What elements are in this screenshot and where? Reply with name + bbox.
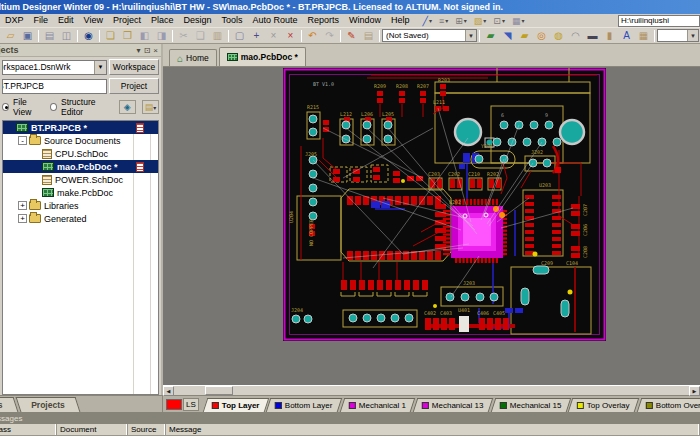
tree-item[interactable]: CPU.SchDoc bbox=[3, 147, 158, 160]
structure-editor-radio[interactable] bbox=[50, 103, 57, 111]
collapse-icon[interactable]: - bbox=[18, 136, 27, 145]
tree-item[interactable]: +Libraries bbox=[3, 199, 158, 212]
string-tool-icon[interactable]: A bbox=[618, 29, 635, 43]
panel-close-icon[interactable]: × bbox=[153, 46, 158, 55]
view-configuration-icon[interactable]: ◉ bbox=[80, 29, 97, 43]
chevron-down-icon[interactable]: ▾ bbox=[483, 17, 486, 24]
tree-item[interactable]: POWER.SchDoc bbox=[3, 173, 158, 186]
pad-tool-icon[interactable]: ◎ bbox=[533, 29, 550, 43]
project-button[interactable]: Project bbox=[109, 78, 159, 94]
polygon-pour-icon[interactable]: ▰ bbox=[516, 29, 533, 43]
clear-filter-icon[interactable]: × bbox=[265, 29, 282, 43]
scroll-right-icon[interactable]: ▶ bbox=[689, 386, 700, 396]
cut-icon[interactable]: ✂ bbox=[175, 29, 192, 43]
grid-tool-icon[interactable]: ▦▾ bbox=[510, 14, 527, 27]
panel-pin-icon[interactable]: ⊡ bbox=[144, 46, 151, 55]
menu-edit[interactable]: Edit bbox=[53, 14, 79, 27]
open-icon[interactable]: ▱ bbox=[2, 29, 19, 43]
doc-tab-home[interactable]: ⌂Home bbox=[169, 49, 217, 66]
undo-icon[interactable]: ↶ bbox=[304, 29, 321, 43]
layer-tab-top-overlay[interactable]: Top Overlay bbox=[568, 398, 639, 412]
redo-icon[interactable]: ↷ bbox=[321, 29, 338, 43]
print-icon[interactable]: ▤ bbox=[41, 29, 58, 43]
select-tool-icon[interactable]: ◥ bbox=[499, 29, 516, 43]
variant-combo[interactable]: ▼ bbox=[657, 29, 699, 42]
storage-path-combo[interactable]: H:\ruilinqiushi bbox=[618, 15, 700, 27]
menu-design[interactable]: Design bbox=[178, 14, 216, 27]
layer-tab-top-layer[interactable]: Top Layer bbox=[203, 398, 269, 412]
menu-file[interactable]: File bbox=[29, 14, 54, 27]
tree-item[interactable]: make.PcbDoc bbox=[3, 186, 158, 199]
chevron-down-icon[interactable]: ▼ bbox=[465, 30, 476, 41]
file-view-radio[interactable] bbox=[2, 103, 9, 111]
print-preview-icon[interactable]: ◫ bbox=[58, 29, 75, 43]
messages-column-message[interactable]: Message bbox=[166, 424, 700, 435]
window-arrange-icon[interactable]: ◨ bbox=[153, 29, 170, 43]
cross-probe-icon[interactable]: × bbox=[282, 29, 299, 43]
interactive-routing-icon[interactable]: ▰ bbox=[482, 29, 499, 43]
scrollbar-thumb[interactable] bbox=[205, 386, 233, 395]
open-options-button[interactable]: ▤▾ bbox=[142, 100, 159, 114]
array-tool-icon[interactable]: ▦ bbox=[635, 29, 652, 43]
chevron-down-icon[interactable]: ▾ bbox=[502, 17, 505, 24]
layer-sets-button[interactable]: LS bbox=[183, 398, 199, 411]
window-tile-icon[interactable]: ◧ bbox=[136, 29, 153, 43]
chevron-down-icon[interactable]: ▼ bbox=[687, 30, 698, 41]
chevron-down-icon[interactable]: ▾ bbox=[429, 17, 432, 24]
scroll-left-icon[interactable]: ◀ bbox=[163, 386, 174, 396]
project-field[interactable]: BT.PRJPCB bbox=[2, 79, 107, 94]
fill-tool-icon[interactable]: ▮ bbox=[601, 29, 618, 43]
messages-column-source[interactable]: Source bbox=[128, 424, 166, 435]
menu-reports[interactable]: Reports bbox=[303, 14, 345, 27]
wiring-tool-icon[interactable]: ╱▾ bbox=[421, 14, 434, 27]
save-icon[interactable]: ▣ bbox=[19, 29, 36, 43]
expand-icon[interactable]: + bbox=[18, 201, 27, 210]
chevron-down-icon[interactable]: ▾ bbox=[445, 17, 448, 24]
layer-tab-bottom-overlay[interactable]: Bottom Overlay bbox=[637, 398, 700, 412]
utilities-icon[interactable]: ≡▾ bbox=[437, 14, 450, 27]
menu-window[interactable]: Window bbox=[344, 14, 386, 27]
menu-view[interactable]: View bbox=[79, 14, 108, 27]
tree-item[interactable]: +Generated bbox=[3, 212, 158, 225]
move-icon[interactable]: + bbox=[248, 29, 265, 43]
chevron-down-icon[interactable]: ▾ bbox=[521, 17, 524, 24]
annotate-icon[interactable]: ▤ bbox=[360, 29, 377, 43]
chevron-down-icon[interactable]: ▼ bbox=[94, 61, 106, 74]
expand-icon[interactable]: + bbox=[18, 214, 27, 223]
open-project-icon[interactable]: ❐ bbox=[119, 29, 136, 43]
layer-tab-mechanical-1[interactable]: Mechanical 1 bbox=[340, 398, 416, 412]
menu-tools[interactable]: Tools bbox=[216, 14, 247, 27]
menu-help[interactable]: Help bbox=[386, 14, 415, 27]
copy-icon[interactable]: ❑ bbox=[192, 29, 209, 43]
messages-column-class[interactable]: Class bbox=[0, 424, 57, 435]
arc-tool-icon[interactable]: ◠ bbox=[567, 29, 584, 43]
workspace-button[interactable]: Workspace bbox=[109, 59, 159, 75]
messages-column-document[interactable]: Document bbox=[57, 424, 128, 435]
line-tool-icon[interactable]: ▬ bbox=[584, 29, 601, 43]
pcb-document[interactable]: BT V1.0R209R208R207R203L211R215L212L206L… bbox=[283, 68, 606, 341]
pcb-editor-canvas[interactable]: BT V1.0R209R208R207R203L211R215L212L206L… bbox=[163, 67, 700, 385]
current-layer-swatch[interactable] bbox=[166, 399, 182, 410]
alignment-tool-icon[interactable]: ⊞▾ bbox=[453, 14, 469, 27]
tree-item[interactable]: BT.PRJPCB * bbox=[3, 121, 158, 134]
select-area-icon[interactable]: ▢ bbox=[231, 29, 248, 43]
horizontal-scrollbar[interactable]: ◀ ▶ bbox=[163, 385, 700, 395]
navigator-button[interactable]: ◈ bbox=[119, 100, 136, 114]
via-tool-icon[interactable]: ◍ bbox=[550, 29, 567, 43]
tab-projects[interactable]: Projects bbox=[16, 397, 80, 412]
messages-list[interactable] bbox=[0, 436, 700, 440]
workspace-combo[interactable]: Workspace1.DsnWrk ▼ bbox=[2, 60, 107, 75]
layer-tab-bottom-layer[interactable]: Bottom Layer bbox=[266, 398, 342, 412]
tree-item[interactable]: -Source Documents bbox=[3, 134, 158, 147]
doc-tab-mao[interactable]: mao.PcbDoc * bbox=[219, 47, 306, 66]
find-selection-icon[interactable]: ▧▾ bbox=[472, 14, 489, 27]
panel-menu-icon[interactable]: ▾ bbox=[137, 46, 141, 55]
menu-place[interactable]: Place bbox=[146, 14, 179, 27]
dimension-tool-icon[interactable]: ⊡▾ bbox=[491, 14, 507, 27]
new-document-icon[interactable]: ❏ bbox=[102, 29, 119, 43]
tree-item[interactable]: mao.PcbDoc * bbox=[3, 160, 158, 173]
pencil-icon[interactable]: ✎ bbox=[343, 29, 360, 43]
layer-tab-mechanical-13[interactable]: Mechanical 13 bbox=[413, 398, 493, 412]
layer-tab-mechanical-15[interactable]: Mechanical 15 bbox=[490, 398, 570, 412]
chevron-down-icon[interactable]: ▾ bbox=[464, 17, 467, 24]
